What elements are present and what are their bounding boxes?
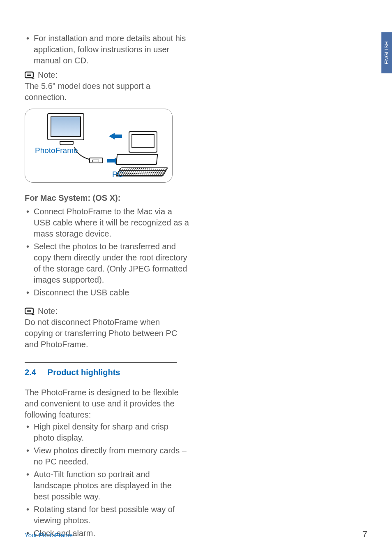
note-icon xyxy=(25,71,35,79)
highlights-intro: The PhotoFrame is designed to be flexibl… xyxy=(25,387,189,420)
diagram-arrow-to-frame-icon xyxy=(109,133,115,139)
diagram-pc-label: PC xyxy=(112,169,123,180)
diagram-photoframe-icon xyxy=(47,113,84,140)
svg-rect-0 xyxy=(25,72,33,78)
content-column: For installation and more details about … xyxy=(25,33,189,539)
page: ENGLISH For installation and more detail… xyxy=(0,0,392,557)
bullet-install-cd: For installation and more details about … xyxy=(25,33,189,66)
section-divider xyxy=(25,362,177,363)
mac-step-3: Disconnect the USB cable xyxy=(25,287,189,298)
highlight-item: View photos directly from memory cards –… xyxy=(25,445,189,467)
diagram-pc-base-icon xyxy=(116,154,158,165)
note-2-body: Do not disconnect PhotoFrame when copyin… xyxy=(25,317,189,350)
note-2-header: Note: xyxy=(25,306,189,317)
svg-rect-3 xyxy=(25,308,33,314)
mac-step-2: Select the photos to be transferred and … xyxy=(25,241,189,285)
highlight-item: Auto-Tilt function so portrait and lands… xyxy=(25,469,189,502)
highlight-item: Rotating stand for best possible way of … xyxy=(25,504,189,526)
intro-bullets: For installation and more details about … xyxy=(25,33,189,66)
note-1-label: Note: xyxy=(38,70,58,81)
highlight-item: High pixel density for sharp and crisp p… xyxy=(25,421,189,443)
mac-steps: Connect PhotoFrame to the Mac via a USB … xyxy=(25,206,189,298)
language-tab: ENGLISH xyxy=(381,32,392,73)
page-footer: Your PhotoFrame 7 xyxy=(25,528,367,541)
section-title: Product highlights xyxy=(48,367,120,378)
diagram-usb-icon xyxy=(89,158,103,163)
note-icon xyxy=(25,307,35,316)
mac-step-1: Connect PhotoFrame to the Mac via a USB … xyxy=(25,206,189,239)
note-1-body: The 5.6" model does not support a connec… xyxy=(25,81,189,103)
section-number: 2.4 xyxy=(25,367,36,378)
mac-heading: For Mac System: (OS X): xyxy=(25,193,189,204)
connection-diagram: PhotoFrame PC xyxy=(25,109,173,183)
footer-page-number: 7 xyxy=(362,528,367,541)
section-heading: 2.4 Product highlights xyxy=(25,367,189,378)
note-2-label: Note: xyxy=(38,306,58,317)
highlights-list: High pixel density for sharp and crisp p… xyxy=(25,421,189,539)
diagram-photoframe-foot xyxy=(60,141,74,145)
footer-title: Your PhotoFrame xyxy=(25,531,73,539)
note-1-header: Note: xyxy=(25,70,189,81)
diagram-pc-keyboard-icon xyxy=(115,167,168,176)
diagram-photoframe-label: PhotoFrame xyxy=(35,145,78,156)
diagram-pc-monitor-icon xyxy=(129,131,157,153)
